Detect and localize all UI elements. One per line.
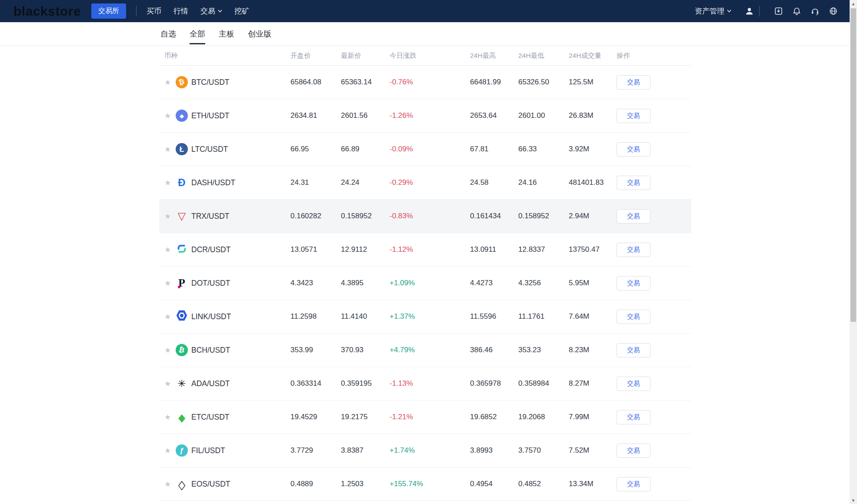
high-24h: 11.5596 bbox=[470, 312, 518, 321]
high-24h: 66481.99 bbox=[470, 78, 518, 87]
volume-24h: 5.95M bbox=[569, 279, 612, 287]
nav-item-trade[interactable]: 交易 bbox=[200, 6, 222, 16]
trade-button[interactable]: 交易 bbox=[617, 176, 650, 190]
support-headset-icon[interactable] bbox=[810, 7, 820, 16]
tab-2[interactable]: 主板 bbox=[219, 22, 234, 46]
pair-name: DCR/USDT bbox=[191, 245, 290, 254]
favorite-star-icon[interactable]: ★ bbox=[164, 380, 171, 388]
ltc-icon: Ł bbox=[176, 143, 188, 155]
trade-button[interactable]: 交易 bbox=[617, 75, 650, 90]
volume-24h: 481401.83 bbox=[569, 178, 612, 187]
exchange-button[interactable]: 交易所 bbox=[91, 3, 126, 19]
trade-button[interactable]: 交易 bbox=[617, 109, 650, 123]
last-price: 3.8387 bbox=[341, 446, 390, 455]
change-percent: -1.26% bbox=[390, 111, 470, 120]
favorite-star-icon[interactable]: ★ bbox=[164, 313, 171, 321]
open-price: 24.31 bbox=[290, 178, 341, 187]
change-percent: -1.13% bbox=[390, 379, 470, 388]
table-row[interactable]: ★ LINK/USDT 11.2598 11.4140 +1.37% 11.55… bbox=[159, 300, 691, 334]
tab-1[interactable]: 全部 bbox=[190, 22, 205, 46]
open-price: 0.160282 bbox=[290, 212, 341, 220]
scroll-down-arrow-icon[interactable]: ▼ bbox=[850, 497, 857, 504]
last-price: 0.359195 bbox=[341, 379, 390, 388]
open-price: 0.4889 bbox=[290, 480, 341, 488]
table-row[interactable]: ★ ▽ TRX/USDT 0.160282 0.158952 -0.83% 0.… bbox=[159, 200, 691, 233]
table-row[interactable]: ★ ◇ EOS/USDT 0.4889 1.2503 +155.74% 0.49… bbox=[159, 467, 691, 501]
last-price: 65363.14 bbox=[341, 78, 390, 87]
open-price: 19.4529 bbox=[290, 413, 341, 421]
table-row[interactable]: ★ P DOT/USDT 4.3423 4.3895 +1.09% 4.4273… bbox=[159, 267, 691, 300]
table-row[interactable]: ★ DCR/USDT 13.0571 12.9112 -1.12% 13.091… bbox=[159, 233, 691, 267]
open-price: 65864.08 bbox=[290, 78, 341, 87]
download-app-icon[interactable] bbox=[774, 7, 783, 16]
scroll-up-arrow-icon[interactable]: ▲ bbox=[850, 0, 857, 7]
favorite-star-icon[interactable]: ★ bbox=[164, 78, 171, 87]
pair-name: BTC/USDT bbox=[191, 78, 290, 87]
trade-button[interactable]: 交易 bbox=[617, 310, 650, 324]
volume-24h: 8.27M bbox=[569, 379, 612, 388]
open-price: 3.7729 bbox=[290, 446, 341, 455]
favorite-star-icon[interactable]: ★ bbox=[164, 480, 171, 488]
asset-management-menu[interactable]: 资产管理 bbox=[695, 6, 731, 16]
high-24h: 19.6852 bbox=[470, 413, 518, 421]
user-icon[interactable] bbox=[744, 7, 754, 16]
trade-button[interactable]: 交易 bbox=[617, 343, 650, 357]
trade-button[interactable]: 交易 bbox=[617, 209, 650, 224]
scrollbar-thumb[interactable] bbox=[850, 8, 856, 322]
change-percent: +1.09% bbox=[390, 279, 470, 287]
trade-button[interactable]: 交易 bbox=[617, 444, 650, 458]
last-price: 4.3895 bbox=[341, 279, 390, 287]
favorite-star-icon[interactable]: ★ bbox=[164, 145, 171, 154]
table-row[interactable]: ★ Đ DASH/USDT 24.31 24.24 -0.29% 24.58 2… bbox=[159, 166, 691, 200]
last-price: 0.158952 bbox=[341, 212, 390, 220]
favorite-star-icon[interactable]: ★ bbox=[164, 413, 171, 421]
scrollbar[interactable]: ▲ ▼ bbox=[850, 0, 857, 504]
trade-button[interactable]: 交易 bbox=[617, 410, 650, 424]
volume-24h: 7.52M bbox=[569, 446, 612, 455]
divider bbox=[759, 6, 760, 17]
tab-0[interactable]: 自选 bbox=[160, 22, 176, 46]
nav-item-mining[interactable]: 挖矿 bbox=[234, 6, 249, 16]
favorite-cell: ★ bbox=[164, 78, 176, 87]
favorite-cell: ★ bbox=[164, 245, 176, 254]
table-row[interactable]: ★ ✳ ADA/USDT 0.363314 0.359195 -1.13% 0.… bbox=[159, 367, 691, 401]
table-row[interactable]: ★ ƒ FIL/USDT 3.7729 3.8387 +1.74% 3.8993… bbox=[159, 434, 691, 467]
favorite-star-icon[interactable]: ★ bbox=[164, 212, 171, 220]
table-row[interactable]: ★ ₿ BTC/USDT 65864.08 65363.14 -0.76% 66… bbox=[159, 66, 691, 99]
trade-button[interactable]: 交易 bbox=[617, 276, 650, 290]
header-change: 今日涨跌 bbox=[390, 51, 470, 60]
trade-button[interactable]: 交易 bbox=[617, 477, 650, 491]
tab-3[interactable]: 创业版 bbox=[248, 22, 271, 46]
trade-button[interactable]: 交易 bbox=[617, 377, 650, 391]
table-row[interactable]: ★ Ł LTC/USDT 66.95 66.89 -0.09% 67.81 66… bbox=[159, 133, 691, 166]
high-24h: 67.81 bbox=[470, 145, 518, 154]
change-percent: -1.21% bbox=[390, 413, 470, 421]
last-price: 2601.56 bbox=[341, 111, 390, 120]
favorite-star-icon[interactable]: ★ bbox=[164, 346, 171, 354]
header-open: 开盘价 bbox=[290, 51, 341, 60]
table-row[interactable]: ★ ◆ ETH/USDT 2634.81 2601.56 -1.26% 2653… bbox=[159, 99, 691, 133]
notifications-bell-icon[interactable] bbox=[792, 7, 801, 16]
trade-button[interactable]: 交易 bbox=[617, 243, 650, 257]
favorite-star-icon[interactable]: ★ bbox=[164, 112, 171, 120]
high-24h: 24.58 bbox=[470, 178, 518, 187]
pair-name: ETC/USDT bbox=[191, 413, 290, 422]
nav-item-buy-coin[interactable]: 买币 bbox=[147, 6, 161, 16]
btc-icon: ₿ bbox=[176, 76, 188, 88]
brand-logo[interactable]: blackstore bbox=[13, 4, 81, 19]
favorite-star-icon[interactable]: ★ bbox=[164, 447, 171, 455]
favorite-star-icon[interactable]: ★ bbox=[164, 179, 171, 187]
link-icon bbox=[176, 310, 188, 322]
favorite-star-icon[interactable]: ★ bbox=[164, 279, 171, 287]
last-price: 1.2503 bbox=[341, 480, 390, 488]
change-percent: -0.29% bbox=[390, 178, 470, 187]
table-row[interactable]: ★ ₿ BCH/USDT 353.99 370.93 +4.79% 386.46… bbox=[159, 334, 691, 367]
language-globe-icon[interactable] bbox=[828, 7, 838, 16]
nav-item-markets[interactable]: 行情 bbox=[173, 6, 188, 16]
open-price: 11.2598 bbox=[290, 312, 341, 321]
change-percent: -1.12% bbox=[390, 245, 470, 254]
low-24h: 12.8337 bbox=[518, 245, 569, 254]
trade-button[interactable]: 交易 bbox=[617, 142, 650, 157]
table-row[interactable]: ★ ◆ ETC/USDT 19.4529 19.2175 -1.21% 19.6… bbox=[159, 401, 691, 434]
favorite-star-icon[interactable]: ★ bbox=[164, 246, 171, 254]
